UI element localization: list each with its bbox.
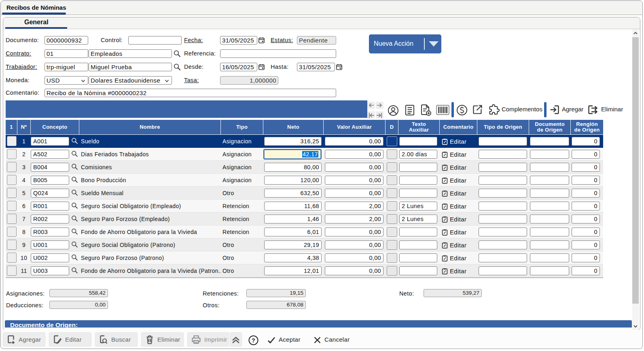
svg-text:?: ?: [252, 337, 255, 343]
